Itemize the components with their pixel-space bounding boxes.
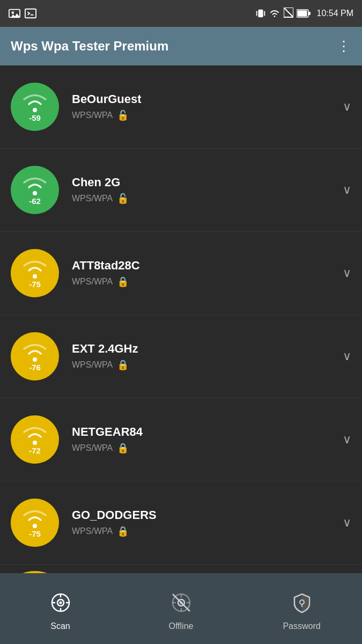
nav-scan[interactable]: Scan xyxy=(0,587,121,631)
nav-password[interactable]: Password xyxy=(241,587,362,631)
wifi-status-icon xyxy=(269,9,280,18)
svg-point-16 xyxy=(33,441,37,445)
status-time: 10:54 PM xyxy=(317,9,353,18)
battery-icon xyxy=(297,9,311,18)
lock-icon: 🔓 xyxy=(117,109,129,121)
network-info: NETGEAR84 WPS/WPA 🔒 xyxy=(72,425,337,454)
network-name: EXT 2.4GHz xyxy=(72,342,337,356)
network-signal-indicator: -59 xyxy=(11,83,59,131)
nav-offline[interactable]: Offline xyxy=(121,587,241,631)
lock-icon: 🔓 xyxy=(117,193,129,204)
signal-strength: -62 xyxy=(29,196,41,206)
network-info: EXT 2.4GHz WPS/WPA 🔒 xyxy=(72,342,337,371)
network-info: Chen 2G WPS/WPA 🔓 xyxy=(72,175,337,204)
expand-chevron[interactable]: ∨ xyxy=(343,100,351,114)
network-name: GO_DODGERS xyxy=(72,508,337,522)
svg-point-14 xyxy=(33,274,37,279)
signal-strength: -76 xyxy=(29,363,41,372)
security-type: WPS/WPA xyxy=(72,526,113,536)
security-type: WPS/WPA xyxy=(72,111,113,120)
wifi-icon xyxy=(21,506,49,529)
network-item[interactable]: -59 BeOurGuest WPS/WPA 🔓 ∨ xyxy=(0,65,362,149)
network-type: WPS/WPA 🔒 xyxy=(72,442,337,454)
expand-chevron[interactable]: ∨ xyxy=(343,433,351,447)
app-bar: Wps Wpa Tester Premium ⋮ xyxy=(0,27,362,65)
signal-strength: -59 xyxy=(29,113,41,122)
svg-rect-4 xyxy=(258,10,263,18)
wifi-icon xyxy=(21,256,49,280)
svg-point-33 xyxy=(180,601,182,604)
expand-chevron[interactable]: ∨ xyxy=(343,266,351,280)
wifi-icon xyxy=(21,422,49,446)
wifi-icon xyxy=(21,173,49,196)
wifi-icon xyxy=(21,90,49,113)
offline-wifi-icon xyxy=(171,592,192,613)
nav-offline-label: Offline xyxy=(169,621,194,631)
signal-strength: -75 xyxy=(29,529,41,538)
svg-point-1 xyxy=(12,11,14,14)
network-item[interactable]: -72 NETGEAR84 WPS/WPA 🔒 ∨ xyxy=(0,398,362,481)
photo-icon xyxy=(9,8,20,19)
network-type: WPS/WPA 🔒 xyxy=(72,276,337,288)
expand-chevron[interactable]: ∨ xyxy=(343,516,351,530)
network-name: ATT8tad28C xyxy=(72,259,337,273)
network-type: WPS/WPA 🔓 xyxy=(72,109,337,121)
network-signal-indicator: -75 xyxy=(11,249,59,297)
network-signal-indicator: -76 xyxy=(11,332,59,380)
wifi-icon xyxy=(21,339,49,363)
security-type: WPS/WPA xyxy=(72,194,113,203)
terminal-icon xyxy=(25,8,36,19)
network-signal-indicator: -72 xyxy=(11,415,59,464)
more-options-button[interactable]: ⋮ xyxy=(337,38,351,55)
bottom-navigation: Scan Offline Pas xyxy=(0,573,362,644)
svg-rect-2 xyxy=(25,9,36,18)
svg-point-15 xyxy=(33,357,37,362)
network-item[interactable]: -62 Chen 2G WPS/WPA 🔓 ∨ xyxy=(0,149,362,232)
network-signal-indicator: -75 xyxy=(11,499,59,547)
network-type: WPS/WPA 🔒 xyxy=(72,359,337,371)
svg-line-8 xyxy=(284,8,293,17)
status-icons: 10:54 PM xyxy=(256,8,353,19)
scan-wifi-icon xyxy=(50,592,71,613)
svg-point-25 xyxy=(59,601,62,604)
network-info: GO_DODGERS WPS/WPA 🔒 xyxy=(72,508,337,537)
network-name: BeOurGuest xyxy=(72,92,337,106)
scan-icon xyxy=(50,592,71,618)
vibrate-icon xyxy=(256,8,265,19)
network-type: WPS/WPA 🔒 xyxy=(72,525,337,537)
network-item[interactable]: -76 EXT 2.4GHz WPS/WPA 🔒 ∨ xyxy=(0,315,362,398)
network-info: ATT8tad28C WPS/WPA 🔒 xyxy=(72,259,337,288)
password-icon xyxy=(291,592,313,618)
network-name: NETGEAR84 xyxy=(72,425,337,439)
network-item[interactable]: -75 GO_DODGERS WPS/WPA 🔒 ∨ xyxy=(0,481,362,565)
network-signal-indicator: -62 xyxy=(11,166,59,214)
svg-point-12 xyxy=(33,108,37,112)
lock-icon: 🔒 xyxy=(117,276,129,288)
svg-rect-5 xyxy=(256,11,257,16)
expand-chevron[interactable]: ∨ xyxy=(343,349,351,363)
offline-icon xyxy=(171,592,192,618)
svg-rect-6 xyxy=(264,11,265,16)
network-type: WPS/WPA 🔓 xyxy=(72,193,337,204)
security-type: WPS/WPA xyxy=(72,360,113,370)
svg-point-13 xyxy=(33,191,37,195)
network-name: Chen 2G xyxy=(72,175,337,189)
svg-rect-11 xyxy=(308,12,311,15)
security-type: WPS/WPA xyxy=(72,443,113,453)
lock-icon: 🔒 xyxy=(117,442,129,454)
network-info: BeOurGuest WPS/WPA 🔓 xyxy=(72,92,337,121)
app-title: Wps Wpa Tester Premium xyxy=(11,39,337,54)
signal-strength: -75 xyxy=(29,280,41,289)
svg-point-17 xyxy=(33,524,37,528)
network-item[interactable]: -75 ATT8tad28C WPS/WPA 🔒 ∨ xyxy=(0,232,362,315)
shield-icon xyxy=(291,592,313,613)
no-signal-icon xyxy=(284,8,293,19)
lock-icon: 🔒 xyxy=(117,525,129,537)
signal-strength: -72 xyxy=(29,446,41,455)
expand-chevron[interactable]: ∨ xyxy=(343,183,351,197)
security-type: WPS/WPA xyxy=(72,277,113,287)
nav-scan-label: Scan xyxy=(50,621,70,631)
nav-password-label: Password xyxy=(283,621,320,631)
status-bar: 10:54 PM xyxy=(0,0,362,27)
lock-icon: 🔒 xyxy=(117,359,129,371)
